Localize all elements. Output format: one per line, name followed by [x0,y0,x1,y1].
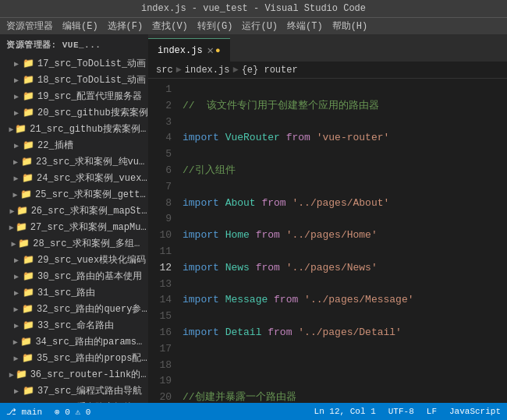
sidebar-item-21[interactable]: ▶ 📁 21_src_github搜索案例_vue-res... [0,121,148,137]
arrow-icon: ▶ [8,125,16,134]
folder-icon: 📁 [16,369,27,380]
line-number: 11 [148,244,172,260]
folder-icon: 📁 [22,287,34,298]
folder-icon: 📁 [22,270,34,282]
editor-tab[interactable]: index.js ✕ ● [148,38,230,62]
tab-modified-indicator: ● [215,46,221,55]
sidebar-item-29[interactable]: ▶ 📁 29_src_vuex模块化编码 [0,252,148,268]
cursor-position: Ln 12, Col 1 [314,407,376,416]
sidebar-item-label: 29_src_vuex模块化编码 [37,253,146,266]
arrow-icon: ▶ [11,272,22,281]
menu-edit[interactable]: 编辑(E) [62,19,98,33]
menu-terminal[interactable]: 终端(T) [287,19,323,33]
sidebar-item-36[interactable]: ▶ 📁 36_src_router-link的replace属性 [0,366,148,383]
line-number: 20 [148,390,172,403]
sidebar-item-label: 21_src_github搜索案例_vue-res... [30,122,148,136]
menu-help[interactable]: 帮助(H) [332,19,368,33]
sidebar-item-24[interactable]: ▶ 📁 24_src_求和案例_vuex版 [0,170,148,186]
sidebar-item-17[interactable]: ▶ 📁 17_src_ToDoList_动画 [0,55,148,72]
sidebar-item-label: 31_src_路由 [37,286,95,299]
sidebar-title: 资源管理器: VUE_... [0,34,148,55]
line-number: 17 [148,341,172,358]
line-number: 1 [148,82,172,98]
sidebar-item-20[interactable]: ▶ 📁 20_src_github搜索案例 [0,104,148,121]
breadcrumb-src: src [156,65,173,76]
arrow-icon: ▶ [10,190,20,199]
arrow-icon: ▶ [11,321,22,330]
arrow-icon: ▶ [11,174,22,183]
sidebar-item-label: 30_src_路由的基本使用 [37,270,142,283]
sidebar-item-37[interactable]: ▶ 📁 37_src_编程式路由导航 [0,383,148,399]
arrow-icon: ▶ [11,386,22,396]
sidebar-item-35[interactable]: ▶ 📁 35_src_路由的props配置 [0,350,148,366]
folder-icon: 📁 [21,156,33,168]
arrow-icon: ▶ [11,256,22,265]
sidebar-item-label: 36_src_router-link的replace属性 [30,368,148,381]
menu-goto[interactable]: 转到(G) [197,19,233,33]
arrow-icon: ▶ [11,305,22,314]
menu-find[interactable]: 查找(V) [152,19,188,33]
menu-select[interactable]: 选择(F) [108,19,144,33]
arrow-icon: ▶ [11,141,22,150]
line-number: 6 [148,163,172,179]
sidebar-item-31[interactable]: ▶ 📁 31_src_路由 [0,284,148,301]
code-line-9 [183,358,507,374]
breadcrumb-router: {e} router [242,65,298,76]
code-area[interactable]: 1 2 3 4 5 6 7 8 9 10 11 12 13 14 15 16 1… [148,79,507,403]
line-number: 9 [148,211,172,228]
sidebar-item-label: 37_src_编程式路由导航 [37,384,142,397]
code-line-6: import News from '../pages/News' [183,260,507,277]
folder-icon: 📁 [16,221,27,233]
sidebar-item-27[interactable]: ▶ 📁 27_src_求和案例_mapMutations... [0,219,148,235]
sidebar-item-22[interactable]: ▶ 📁 22_插槽 [0,137,148,154]
code-line-1: // 该文件专门用于创建整个应用的路由器 [183,98,507,115]
tab-close-icon[interactable]: ✕ [207,45,214,56]
line-number: 5 [148,146,172,163]
line-number: 8 [148,196,172,212]
sidebar-item-26[interactable]: ▶ 📁 26_src_求和案例_mapState与m... [0,203,148,219]
code-line-5: import Home from '../pages/Home' [183,228,507,244]
arrow-icon: ▶ [10,157,20,167]
line-number: 18 [148,358,172,374]
sidebar-item-label: 28_src_求和案例_多组件共享数 [33,237,148,250]
errors-warnings: ⊗ 0 ⚠ 0 [55,407,90,417]
line-number: 15 [148,309,172,325]
sidebar-item-18[interactable]: ▶ 📁 18_src_ToDoList_动画 [0,72,148,88]
code-line-8: import Detail from '../pages/Detail' [183,325,507,341]
sidebar-item-28[interactable]: ▶ 📁 28_src_求和案例_多组件共享数 [0,235,148,252]
sidebar-item-label: 18_src_ToDoList_动画 [37,73,146,86]
folder-icon: 📁 [22,385,34,397]
encoding: UTF-8 [388,407,414,416]
line-number: 12 [148,260,172,277]
sidebar-item-33[interactable]: ▶ 📁 33_src_命名路由 [0,317,148,334]
code-content[interactable]: // 该文件专门用于创建整个应用的路由器 import VueRouter fr… [176,79,507,403]
line-number: 3 [148,115,172,131]
sidebar-item-32[interactable]: ▶ 📁 32_src_路由的query参数 [0,301,148,317]
breadcrumb-sep2: ► [232,65,238,76]
sidebar-item-label: 17_src_ToDoList_动画 [37,57,146,70]
menu-run[interactable]: 运行(U) [242,19,278,33]
line-numbers: 1 2 3 4 5 6 7 8 9 10 11 12 13 14 15 16 1… [148,79,176,403]
editor: index.js ✕ ● src ► index.js ► {e} router… [148,34,507,403]
arrow-icon: ▶ [10,337,20,347]
arrow-icon: ▶ [11,108,22,118]
arrow-icon: ▶ [11,354,22,363]
folder-icon: 📁 [16,205,28,217]
title-text: index.js - vue_test - Visual Studio Code [141,3,366,14]
code-line-4: import About from '../pages/About' [183,196,507,212]
sidebar-item-34[interactable]: ▶ 📁 34_src_路由的params参数 [0,334,148,350]
folder-icon: 📁 [22,254,34,266]
folder-icon: 📁 [21,303,34,315]
sidebar-item-label: 20_src_github搜索案例 [37,106,148,119]
folder-icon: 📁 [20,336,32,348]
folder-icon: 📁 [15,123,27,135]
menu-explorer[interactable]: 资源管理器 [6,19,53,33]
sidebar-item-label: 24_src_求和案例_vuex版 [37,171,148,185]
sidebar-item-30[interactable]: ▶ 📁 30_src_路由的基本使用 [0,268,148,284]
breadcrumb-sep1: ► [176,65,182,76]
sidebar-item-19[interactable]: ▶ 📁 19_src_配置代理服务器 [0,88,148,104]
sidebar-item-23[interactable]: ▶ 📁 23_src_求和案例_纯vue版 [0,154,148,170]
arrow-icon: ▶ [11,288,22,298]
sidebar-item-25[interactable]: ▶ 📁 25_src_求和案例_getters [0,186,148,203]
sidebar-item-label: 19_src_配置代理服务器 [37,90,142,103]
